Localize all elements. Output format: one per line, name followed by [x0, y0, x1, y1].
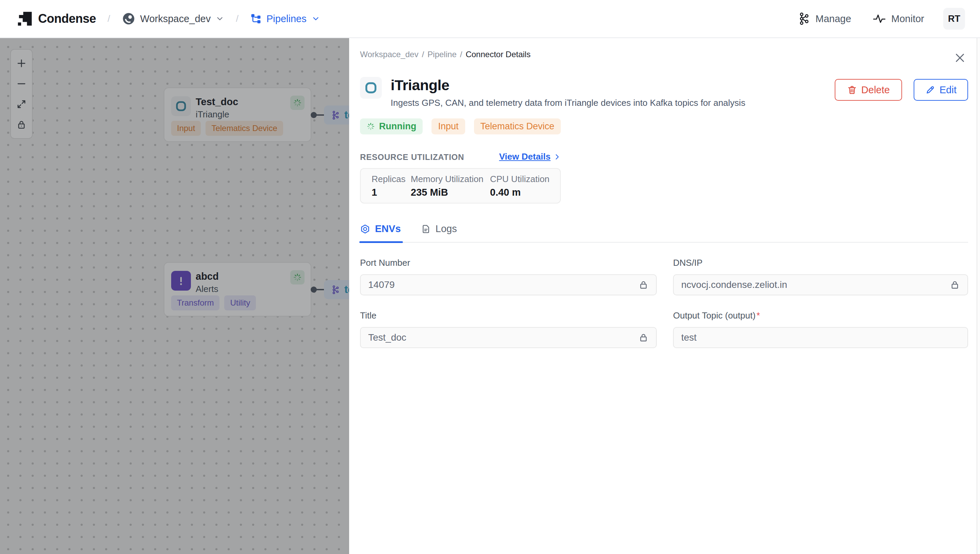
- breadcrumb-workspace[interactable]: Workspace_dev: [360, 50, 418, 59]
- brand-name: Condense: [38, 11, 96, 26]
- breadcrumb-current: Connector Details: [466, 50, 530, 59]
- env-form: Port Number DNS/IP: [360, 258, 968, 348]
- panel-scrollbar[interactable]: [977, 38, 980, 554]
- metric-memory: Memory Utilization 235 MiB: [411, 174, 490, 198]
- chevron-down-icon: [311, 14, 320, 23]
- status-label: Running: [379, 121, 416, 132]
- nav-separator: /: [108, 13, 110, 24]
- type-badge-input: Input: [431, 118, 465, 134]
- pipelines-label: Pipelines: [266, 13, 307, 24]
- edit-label: Edit: [940, 84, 956, 96]
- type-badge-telematics: Telematics Device: [474, 118, 561, 134]
- port-number-input[interactable]: [368, 279, 638, 290]
- manage-button[interactable]: Manage: [798, 12, 851, 25]
- monitor-pulse-icon: [873, 13, 886, 24]
- monitor-label: Monitor: [891, 13, 924, 24]
- metric-replicas: Replicas 1: [372, 174, 411, 198]
- dns-ip-input[interactable]: [681, 279, 950, 290]
- field-output-topic: Output Topic (output)*: [673, 310, 968, 348]
- delete-button[interactable]: Delete: [835, 79, 902, 101]
- output-topic-input[interactable]: [681, 332, 960, 343]
- connector-logo-tile: [360, 77, 382, 99]
- manage-label: Manage: [815, 13, 851, 24]
- title-input[interactable]: [368, 332, 638, 343]
- tab-logs-label: Logs: [436, 223, 457, 234]
- view-details-link[interactable]: View Details: [499, 151, 561, 162]
- top-nav: Condense / Workspace_dev /: [0, 0, 980, 38]
- workspace-icon: [122, 12, 135, 25]
- avatar-initials: RT: [948, 14, 960, 24]
- required-asterisk: *: [756, 310, 760, 320]
- tab-envs-label: ENVs: [375, 223, 401, 234]
- canvas-dim-overlay: [0, 38, 349, 554]
- workspace-label: Workspace_dev: [140, 13, 211, 24]
- chevron-right-icon: [553, 153, 561, 161]
- lock-icon: [950, 280, 960, 290]
- document-logs-icon: [421, 224, 431, 234]
- field-dns-ip: DNS/IP: [673, 258, 968, 295]
- field-title: Title: [360, 310, 657, 348]
- output-topic-label: Output Topic (output)*: [673, 310, 968, 321]
- lock-icon: [638, 333, 649, 343]
- pipelines-switcher[interactable]: Pipelines: [250, 13, 320, 24]
- monitor-button[interactable]: Monitor: [873, 13, 924, 24]
- status-badge: Running: [360, 118, 423, 134]
- breadcrumb-separator: /: [422, 50, 424, 59]
- pipeline-canvas[interactable]: Test_doc iTriangle Input Telematics Devi…: [0, 38, 349, 554]
- tab-logs[interactable]: Logs: [421, 223, 457, 242]
- metric-cpu: CPU Utilization 0.40 m: [490, 174, 550, 198]
- port-number-label: Port Number: [360, 258, 657, 268]
- running-spinner-icon: [366, 122, 375, 131]
- title-label: Title: [360, 310, 657, 321]
- pencil-icon: [925, 85, 935, 95]
- condense-logo-icon: [16, 10, 33, 27]
- edit-button[interactable]: Edit: [914, 79, 968, 101]
- connector-title: iTriangle: [391, 77, 835, 94]
- user-avatar[interactable]: RT: [943, 8, 965, 30]
- breadcrumb-separator: /: [460, 50, 463, 59]
- panel-tabs: ENVs Logs: [360, 223, 968, 243]
- chevron-down-icon: [215, 14, 224, 23]
- app-window: Condense / Workspace_dev /: [0, 0, 980, 554]
- delete-label: Delete: [861, 84, 890, 96]
- connector-description: Ingests GPS, CAN, and telemetry data fro…: [391, 98, 835, 108]
- breadcrumb-pipeline[interactable]: Pipeline: [427, 50, 456, 59]
- manage-kafka-icon: [798, 12, 810, 25]
- pipelines-icon: [250, 13, 262, 24]
- panel-breadcrumb: Workspace_dev / Pipeline / Connector Det…: [360, 50, 530, 59]
- hexagon-env-icon: [360, 224, 370, 234]
- workspace-switcher[interactable]: Workspace_dev: [122, 12, 224, 25]
- tab-envs[interactable]: ENVs: [360, 223, 401, 242]
- field-port-number: Port Number: [360, 258, 657, 295]
- lock-icon: [638, 280, 649, 290]
- connector-details-panel: Workspace_dev / Pipeline / Connector Det…: [349, 38, 980, 554]
- close-panel-icon[interactable]: [954, 52, 966, 64]
- nav-separator: /: [236, 13, 239, 24]
- brand-home-link[interactable]: Condense: [16, 10, 96, 27]
- resource-utilization-card: Replicas 1 Memory Utilization 235 MiB CP…: [360, 168, 561, 204]
- itriangle-logo-icon: [364, 81, 377, 94]
- resource-utilization-heading: RESOURCE UTILIZATION: [360, 153, 464, 162]
- trash-icon: [847, 85, 857, 95]
- dns-ip-label: DNS/IP: [673, 258, 968, 268]
